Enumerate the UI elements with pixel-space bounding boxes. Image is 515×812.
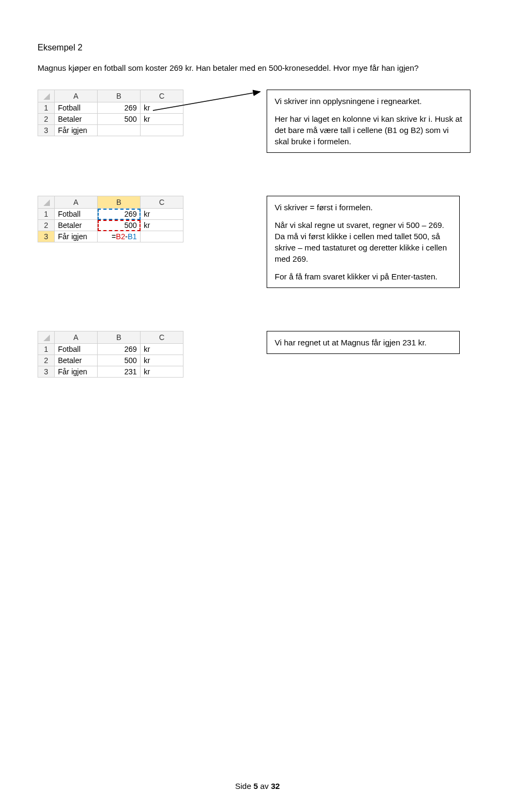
example-heading: Eksempel 2 — [38, 43, 477, 53]
footer-prefix: Side — [235, 781, 253, 791]
cell[interactable]: kr — [141, 344, 183, 355]
row-header[interactable]: 3 — [38, 366, 55, 378]
cell[interactable]: kr — [141, 102, 183, 114]
footer-total: 32 — [271, 781, 280, 791]
col-header-c[interactable]: C — [141, 90, 183, 102]
intro-text: Magnus kjøper en fotball som koster 269 … — [38, 62, 477, 73]
block-2: A B C 1 Fotball 269 kr 2 Betaler 500 kr … — [38, 196, 477, 288]
cell[interactable] — [141, 231, 183, 242]
callout-text: Når vi skal regne ut svaret, regner vi 5… — [275, 219, 452, 264]
formula-eq: = — [112, 232, 116, 241]
block-1: A B C 1 Fotball 269 kr 2 Betaler 500 kr … — [38, 90, 477, 153]
cell[interactable]: 500 — [98, 355, 141, 366]
col-header-b[interactable]: B — [98, 331, 141, 344]
block-3: A B C 1 Fotball 269 kr 2 Betaler 500 kr … — [38, 331, 477, 378]
cell[interactable]: Fotball — [55, 102, 98, 114]
formula-ref-b1: B1 — [128, 232, 137, 241]
col-header-b[interactable]: B — [98, 90, 141, 102]
row-header[interactable]: 1 — [38, 209, 55, 220]
formula-cell[interactable]: =B2-B1 — [98, 231, 141, 242]
cell[interactable]: Betaler — [55, 220, 98, 231]
col-header-b[interactable]: B — [98, 196, 141, 209]
row-header[interactable]: 2 — [38, 114, 55, 125]
cell[interactable]: Fotball — [55, 344, 98, 355]
svg-marker-3 — [43, 200, 50, 206]
spreadsheet-2: A B C 1 Fotball 269 kr 2 Betaler 500 kr … — [38, 196, 183, 242]
col-header-c[interactable]: C — [141, 196, 183, 209]
row-header[interactable]: 1 — [38, 344, 55, 355]
cell[interactable]: Betaler — [55, 355, 98, 366]
cell[interactable] — [141, 125, 183, 136]
cell[interactable]: kr — [141, 114, 183, 125]
cell[interactable]: Fotball — [55, 209, 98, 220]
cell[interactable]: Får igjen — [55, 231, 98, 242]
callout-text: For å få fram svaret klikker vi på Enter… — [275, 271, 452, 282]
callout-1: Vi skriver inn opplysningene i regnearke… — [267, 90, 470, 153]
row-header[interactable]: 2 — [38, 355, 55, 366]
callout-2: Vi skriver = først i formelen. Når vi sk… — [267, 196, 460, 288]
spreadsheet-3: A B C 1 Fotball 269 kr 2 Betaler 500 kr … — [38, 331, 183, 378]
cell[interactable]: 269 — [98, 344, 141, 355]
cell[interactable]: 500 — [98, 114, 141, 125]
select-all-corner[interactable] — [38, 196, 55, 209]
callout-text: Her har vi laget en kolonne vi kan skriv… — [275, 113, 462, 147]
formula-ref-b2: B2 — [116, 232, 125, 241]
cell[interactable] — [98, 125, 141, 136]
page-footer: Side 5 av 32 — [0, 781, 515, 791]
col-header-a[interactable]: A — [55, 90, 98, 102]
cell-ref-b2[interactable]: 500 — [98, 220, 141, 231]
cell[interactable]: kr — [141, 209, 183, 220]
callout-text: Vi skriver inn opplysningene i regnearke… — [275, 95, 462, 107]
row-header[interactable]: 2 — [38, 220, 55, 231]
col-header-c[interactable]: C — [141, 331, 183, 344]
cell-ref-b1[interactable]: 269 — [98, 209, 141, 220]
footer-mid: av — [258, 781, 271, 791]
select-all-corner[interactable] — [38, 331, 55, 344]
cell[interactable]: Får igjen — [55, 125, 98, 136]
col-header-a[interactable]: A — [55, 331, 98, 344]
callout-text: Vi skriver = først i formelen. — [275, 202, 452, 213]
cell[interactable]: kr — [141, 355, 183, 366]
select-all-corner[interactable] — [38, 90, 55, 102]
svg-marker-0 — [43, 93, 50, 100]
callout-text: Vi har regnet ut at Magnus får igjen 231… — [275, 337, 452, 348]
row-header[interactable]: 1 — [38, 102, 55, 114]
col-header-a[interactable]: A — [55, 196, 98, 209]
cell[interactable]: 269 — [98, 102, 141, 114]
cell[interactable]: Får igjen — [55, 366, 98, 378]
cell[interactable]: kr — [141, 220, 183, 231]
cell[interactable]: Betaler — [55, 114, 98, 125]
callout-3: Vi har regnet ut at Magnus får igjen 231… — [267, 331, 460, 354]
spreadsheet-1: A B C 1 Fotball 269 kr 2 Betaler 500 kr … — [38, 90, 183, 136]
footer-page: 5 — [253, 781, 258, 791]
svg-marker-4 — [43, 335, 50, 341]
cell[interactable]: 231 — [98, 366, 141, 378]
row-header[interactable]: 3 — [38, 231, 55, 242]
cell[interactable]: kr — [141, 366, 183, 378]
row-header[interactable]: 3 — [38, 125, 55, 136]
